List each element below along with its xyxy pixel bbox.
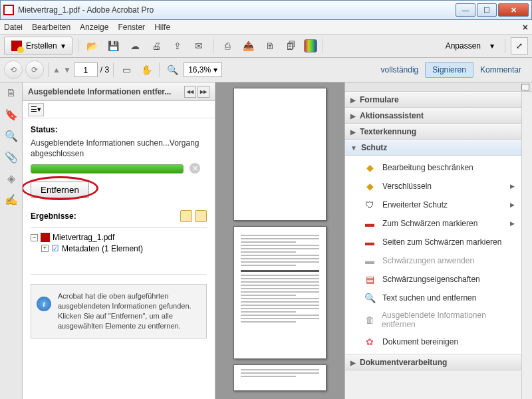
panel-options-icon[interactable]: ☰▾ [28,103,44,116]
collapse-all-icon[interactable] [195,210,207,222]
menubar: Datei Bearbeiten Anzeige Fenster Hilfe × [0,20,532,35]
pdf-icon [41,233,50,242]
section-dokumentverarbeitung[interactable]: ▶Dokumentverarbeitung [345,354,521,370]
page-thumbnails-icon[interactable]: 🗎 [5,86,18,100]
submenu-icon: ▶ [510,220,515,227]
anpassen-button[interactable]: Anpassen [440,39,486,53]
page-thumbnail-3[interactable] [233,364,327,391]
page-thumbnail-2[interactable] [233,226,327,359]
submenu-icon: ▶ [510,201,515,208]
page-up-icon[interactable]: ▲ [53,65,61,74]
kommentar-link[interactable]: Kommentar [473,63,528,77]
panel-collapse-icon[interactable] [521,84,529,90]
hand-tool-icon[interactable]: ✋ [138,61,155,78]
next-view-button[interactable]: ⟳ [25,61,44,79]
menu-anzeige[interactable]: Anzeige [80,23,108,32]
document-close-icon[interactable]: × [523,22,528,33]
close-button[interactable]: ✕ [498,3,529,17]
print-icon[interactable]: 🖨 [148,37,165,55]
redact-mark-icon: ▬ [364,217,376,229]
status-text: Ausgeblendete Informationen suchen...Vor… [31,138,207,159]
signatures-icon[interactable]: ✍ [5,193,18,206]
menu-fenster[interactable]: Fenster [118,23,145,32]
redact-pages-icon: ▬ [364,236,376,248]
panel-next-icon[interactable]: ▸▸ [198,86,209,98]
search-hidden-icon[interactable]: 🔍 [5,129,18,142]
tree-expand-icon[interactable]: + [41,245,49,252]
export-icon[interactable]: 📤 [240,37,257,55]
zoom-marquee-icon[interactable]: 🔍 [164,61,181,78]
tool-schwaerzung-eigenschaften[interactable]: ▤Schwärzungseigenschaften [345,270,521,289]
window-titlebar: Mietvertrag_1.pdf - Adobe Acrobat Pro — … [0,0,532,20]
apply-redact-icon: ▬ [364,255,376,267]
tool-zum-schwaerzen[interactable]: ▬Zum Schwärzen markieren▶ [345,214,521,233]
select-tool-icon[interactable]: ▭ [118,61,135,78]
maximize-button[interactable]: ☐ [477,3,497,17]
chevron-down-icon: ▾ [490,41,494,51]
right-scrollbar[interactable] [521,92,532,399]
signieren-link[interactable]: Signieren [425,62,473,78]
combine-icon[interactable]: 🗐 [283,37,300,55]
panel-prev-icon[interactable]: ◂◂ [184,86,196,98]
tool-bearbeitung-beschraenken[interactable]: ◆Bearbeitung beschränken [345,158,521,177]
progress-cancel-icon[interactable]: ✕ [190,163,200,174]
shield-icon: ◆ [364,180,376,192]
results-tree: − Mietvertrag_1.pdf + ☑ Metadaten (1 Ele… [31,227,207,275]
prev-view-button[interactable]: ⟲ [4,61,23,79]
expand-all-icon[interactable] [180,210,192,222]
section-texterkennung[interactable]: ▶Texterkennung [345,124,521,140]
progress-bar [31,164,184,174]
tool-text-suchen[interactable]: 🔍Text suchen und entfernen [345,289,521,307]
minimize-button[interactable]: — [456,3,475,17]
tool-verschluesseln[interactable]: ◆Verschlüsseln▶ [345,177,521,196]
page-input[interactable] [74,63,98,77]
menu-datei[interactable]: Datei [4,23,23,32]
section-aktionsassistent[interactable]: ▶Aktionsassistent [345,108,521,124]
open-icon[interactable]: 📂 [84,37,101,55]
menu-bearbeiten[interactable]: Bearbeiten [32,23,70,32]
section-schutz[interactable]: ▼Schutz [345,140,521,156]
bookmarks-icon[interactable]: 🔖 [5,108,18,121]
layers-icon[interactable]: ◈ [5,172,18,185]
tree-file-label: Mietvertrag_1.pdf [53,233,114,242]
tool-erweiterter-schutz[interactable]: 🛡Erweiterter Schutz▶ [345,196,521,214]
zoom-value: 16,3% [188,65,211,74]
tool-schwaerzungen-anwenden: ▬Schwärzungen anwenden [345,251,521,270]
erstellen-button[interactable]: Erstellen ▾ [4,37,72,55]
entfernen-button[interactable]: Entfernen [31,182,89,198]
convert-icon[interactable]: 🗎 [261,37,279,55]
ergebnisse-label: Ergebnisse: [31,211,76,221]
tool-dokument-bereinigen[interactable]: ✿Dokument bereinigen [345,332,521,351]
tool-seiten-schwaerzen[interactable]: ▬Seiten zum Schwärzen markieren [345,233,521,251]
page-thumbnail-1[interactable] [233,88,327,221]
tree-file-row[interactable]: − Mietvertrag_1.pdf [31,232,207,243]
share-icon[interactable]: ⇪ [169,37,186,55]
mail-icon[interactable]: ✉ [190,37,207,55]
vollstaendig-link[interactable]: vollständig [374,63,426,77]
document-view[interactable] [215,82,344,399]
tree-metadata-row[interactable]: + ☑ Metadaten (1 Element) [31,243,207,254]
attachments-icon[interactable]: 📎 [5,150,18,164]
menu-hilfe[interactable]: Hilfe [154,23,170,32]
tool-ausgeblendete-entfernen: 🗑Ausgeblendete Informationen entfernen [345,307,521,332]
save-icon[interactable]: 💾 [105,37,122,55]
info-text: Acrobat hat die oben aufgeführten ausgeb… [58,292,192,330]
zoom-select[interactable]: 16,3% ▾ [184,63,222,77]
cloud-icon[interactable]: ☁ [126,37,144,55]
page-count: / 3 [100,65,109,74]
chevron-down-icon: ▾ [213,65,217,74]
scan-icon[interactable]: ⎙ [219,37,236,55]
search-remove-icon: 🔍 [364,292,376,304]
color-icon[interactable] [304,39,317,53]
tools-panel: ▶Formulare ▶Aktionsassistent ▶Texterkenn… [344,82,532,399]
sanitize-icon: ✿ [364,336,376,348]
remove-hidden-panel: Ausgeblendete Informationen entfer... ◂◂… [23,82,215,399]
tree-collapse-icon[interactable]: − [31,234,38,241]
fullscreen-icon[interactable]: ⤢ [511,37,528,55]
redact-props-icon: ▤ [364,273,376,285]
panel-title: Ausgeblendete Informationen entfer... [28,87,171,96]
page-down-icon[interactable]: ▼ [63,65,71,74]
check-icon[interactable]: ☑ [51,243,59,253]
section-formulare[interactable]: ▶Formulare [345,92,521,108]
app-icon [3,5,14,15]
